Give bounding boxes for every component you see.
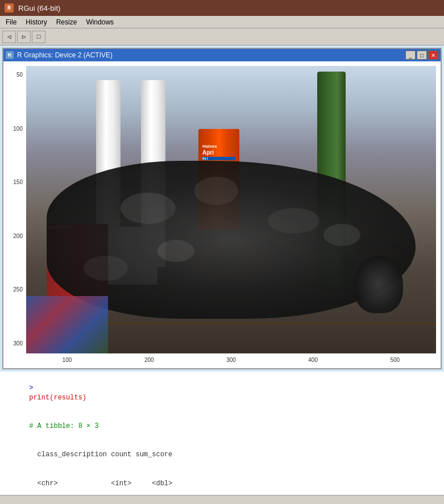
scrollbar-area[interactable] [0, 495, 444, 504]
toolbar-btn-1[interactable]: ◁ [2, 31, 16, 43]
y-label-50: 50 [16, 72, 23, 78]
x-label-400: 400 [308, 357, 318, 363]
image-area: Halves Apri IN I WONDER [26, 66, 436, 353]
x-label-100: 100 [63, 357, 72, 363]
window-controls: _ □ ✕ [405, 51, 438, 60]
x-label-200: 200 [144, 357, 154, 363]
console-output-1: class_description count sum_score [29, 451, 172, 459]
console-comment-1: # A tibble: 8 × 3 [29, 422, 98, 430]
r-graphics-icon: R [6, 51, 14, 59]
menu-bar: File History Resize Windows [0, 16, 444, 28]
menu-resize[interactable]: Resize [53, 17, 81, 27]
y-axis: 50 100 150 200 250 300 [3, 66, 25, 352]
r-graphics-window: R R Graphics: Device 2 (ACTIVE) _ □ ✕ 50… [2, 48, 442, 369]
console-cmd-1: print(results) [29, 394, 86, 402]
menu-file[interactable]: File [2, 17, 20, 27]
console-area: > print(results) # A tibble: 8 × 3 class… [0, 372, 444, 495]
snake-head [354, 256, 404, 313]
title-bar-text: RGui (64-bit) [18, 4, 60, 13]
r-graphics-title-bar: R R Graphics: Device 2 (ACTIVE) _ □ ✕ [3, 49, 441, 61]
x-label-500: 500 [391, 357, 400, 363]
cloth [26, 296, 108, 353]
y-label-150: 150 [13, 179, 23, 185]
y-label-250: 250 [13, 286, 23, 293]
toolbar: ◁ ▷ □ [0, 28, 444, 45]
console-prompt-1: > [29, 384, 37, 392]
toolbar-btn-2[interactable]: ▷ [17, 31, 31, 43]
toolbar-btn-3[interactable]: □ [32, 31, 45, 43]
minimize-button[interactable]: _ [405, 51, 416, 60]
console-line-1: > print(results) [5, 374, 439, 412]
menu-history[interactable]: History [22, 17, 50, 27]
x-label-300: 300 [226, 357, 236, 363]
console-line-3: class_description count sum_score [5, 441, 439, 469]
x-axis: 100 200 300 400 500 [26, 353, 436, 366]
title-bar: R RGui (64-bit) [0, 0, 444, 16]
console-line-4: <chr> <int> <dbl> [5, 469, 439, 495]
y-label-200: 200 [13, 233, 23, 239]
r-graphics-title-text: R Graphics: Device 2 (ACTIVE) [17, 51, 113, 59]
console-line-2: # A tibble: 8 × 3 [5, 412, 439, 440]
maximize-button[interactable]: □ [417, 51, 427, 60]
snake-photo: Halves Apri IN I WONDER [26, 66, 436, 353]
plot-area: 50 100 150 200 250 300 [3, 61, 441, 368]
console-output-2: <chr> <int> <dbl> [29, 480, 172, 488]
y-label-100: 100 [13, 126, 23, 132]
y-label-300: 300 [13, 340, 23, 347]
menu-windows[interactable]: Windows [82, 17, 117, 27]
app-icon: R [5, 3, 14, 13]
main-content: R R Graphics: Device 2 (ACTIVE) _ □ ✕ 50… [0, 45, 444, 504]
close-button[interactable]: ✕ [428, 51, 438, 60]
r-graphics-title: R R Graphics: Device 2 (ACTIVE) [6, 51, 113, 59]
